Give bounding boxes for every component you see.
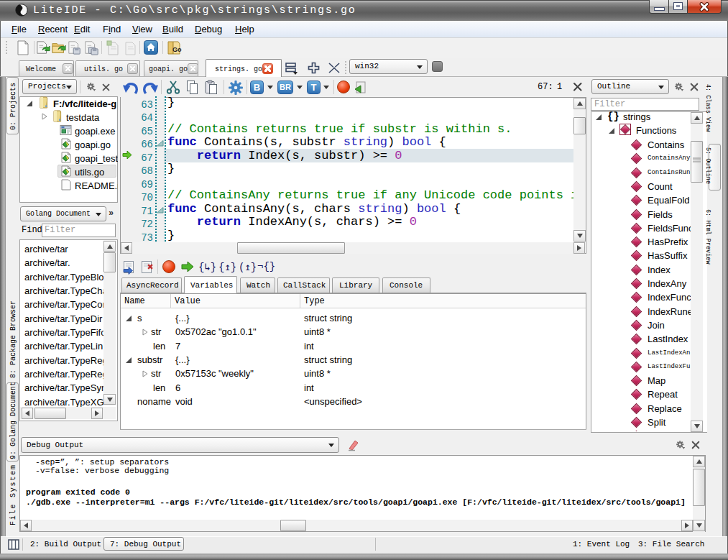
svg-text:Go: Go	[172, 46, 182, 53]
